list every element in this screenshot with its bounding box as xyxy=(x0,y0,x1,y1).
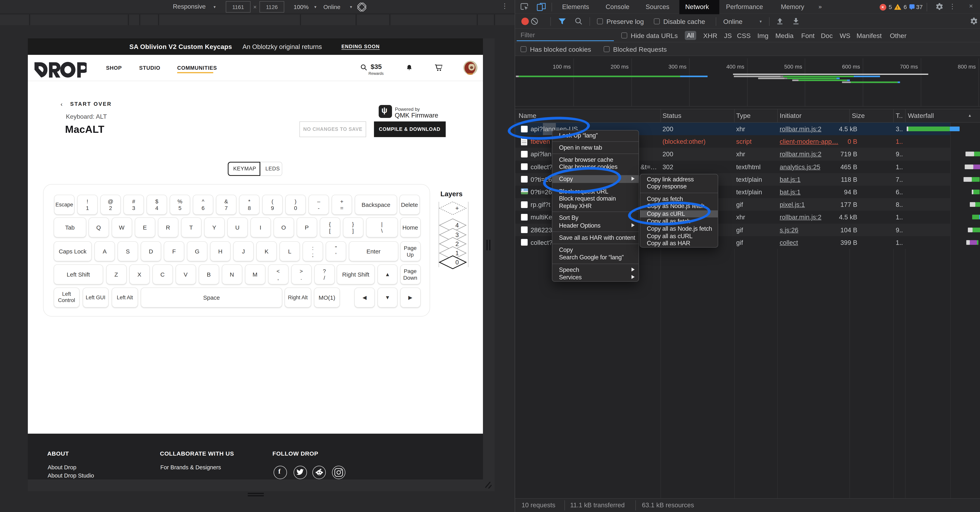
svg-text:4: 4 xyxy=(455,222,459,229)
svg-text:1: 1 xyxy=(455,250,459,257)
svg-text:2: 2 xyxy=(455,241,459,247)
svg-text:+: + xyxy=(455,205,459,212)
svg-text:3: 3 xyxy=(455,231,459,238)
svg-text:0: 0 xyxy=(455,259,459,266)
